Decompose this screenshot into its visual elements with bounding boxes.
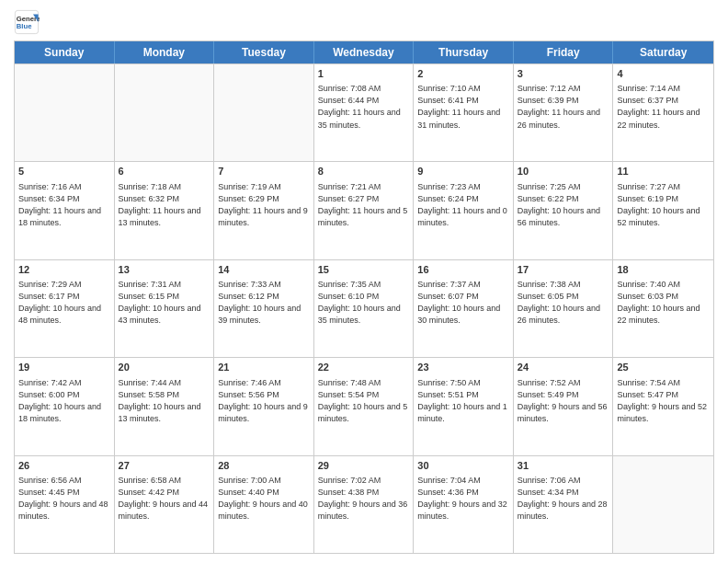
calendar-cell: 13Sunrise: 7:31 AM Sunset: 6:15 PM Dayli… <box>115 260 215 357</box>
calendar: SundayMondayTuesdayWednesdayThursdayFrid… <box>14 40 714 554</box>
day-number: 12 <box>18 263 110 277</box>
day-info: Sunrise: 7:19 AM Sunset: 6:29 PM Dayligh… <box>218 181 310 229</box>
calendar-cell: 21Sunrise: 7:46 AM Sunset: 5:56 PM Dayli… <box>214 358 314 454</box>
calendar-cell <box>613 456 713 553</box>
calendar-cell: 19Sunrise: 7:42 AM Sunset: 6:00 PM Dayli… <box>15 358 115 454</box>
day-info: Sunrise: 7:04 AM Sunset: 4:36 PM Dayligh… <box>417 475 509 523</box>
weekday-header: Wednesday <box>314 41 415 63</box>
calendar-cell: 30Sunrise: 7:04 AM Sunset: 4:36 PM Dayli… <box>414 456 514 553</box>
day-number: 13 <box>119 263 210 277</box>
day-number: 14 <box>218 263 310 277</box>
day-number: 7 <box>218 165 310 178</box>
day-info: Sunrise: 7:33 AM Sunset: 6:12 PM Dayligh… <box>218 279 310 327</box>
day-info: Sunrise: 7:46 AM Sunset: 5:56 PM Dayligh… <box>218 377 310 425</box>
calendar-cell: 1Sunrise: 7:08 AM Sunset: 6:44 PM Daylig… <box>314 64 415 161</box>
day-info: Sunrise: 7:27 AM Sunset: 6:19 PM Dayligh… <box>617 181 710 229</box>
day-info: Sunrise: 7:06 AM Sunset: 4:34 PM Dayligh… <box>518 475 609 523</box>
calendar-cell: 7Sunrise: 7:19 AM Sunset: 6:29 PM Daylig… <box>214 162 314 259</box>
calendar-week: 5Sunrise: 7:16 AM Sunset: 6:34 PM Daylig… <box>15 161 713 259</box>
day-info: Sunrise: 7:25 AM Sunset: 6:22 PM Dayligh… <box>518 181 609 229</box>
day-number: 27 <box>119 459 210 473</box>
weekday-header: Saturday <box>613 41 713 63</box>
weekday-header: Thursday <box>414 41 514 63</box>
calendar-cell <box>15 64 115 161</box>
day-info: Sunrise: 7:02 AM Sunset: 4:38 PM Dayligh… <box>318 475 410 523</box>
calendar-cell: 26Sunrise: 6:56 AM Sunset: 4:45 PM Dayli… <box>15 456 115 553</box>
day-number: 30 <box>417 459 509 473</box>
calendar-cell: 14Sunrise: 7:33 AM Sunset: 6:12 PM Dayli… <box>214 260 314 357</box>
weekday-header: Tuesday <box>214 41 314 63</box>
day-number: 18 <box>617 263 710 277</box>
day-info: Sunrise: 7:52 AM Sunset: 5:49 PM Dayligh… <box>518 377 609 425</box>
calendar-week: 1Sunrise: 7:08 AM Sunset: 6:44 PM Daylig… <box>15 63 713 161</box>
calendar-cell: 15Sunrise: 7:35 AM Sunset: 6:10 PM Dayli… <box>314 260 415 357</box>
day-number: 8 <box>318 165 410 178</box>
day-info: Sunrise: 7:35 AM Sunset: 6:10 PM Dayligh… <box>318 279 410 327</box>
day-info: Sunrise: 7:42 AM Sunset: 6:00 PM Dayligh… <box>18 377 110 425</box>
day-number: 9 <box>417 165 509 178</box>
day-number: 5 <box>18 165 110 178</box>
calendar-cell: 5Sunrise: 7:16 AM Sunset: 6:34 PM Daylig… <box>15 162 115 259</box>
weekday-header: Sunday <box>15 41 115 63</box>
calendar-cell <box>115 64 215 161</box>
weekday-header: Monday <box>115 41 215 63</box>
day-number: 17 <box>518 263 609 277</box>
day-number: 19 <box>18 361 110 374</box>
day-info: Sunrise: 7:50 AM Sunset: 5:51 PM Dayligh… <box>417 377 509 425</box>
calendar-cell: 28Sunrise: 7:00 AM Sunset: 4:40 PM Dayli… <box>214 456 314 553</box>
calendar-header-row: SundayMondayTuesdayWednesdayThursdayFrid… <box>15 41 713 63</box>
calendar-cell: 10Sunrise: 7:25 AM Sunset: 6:22 PM Dayli… <box>514 162 614 259</box>
day-number: 31 <box>518 459 609 473</box>
day-info: Sunrise: 7:37 AM Sunset: 6:07 PM Dayligh… <box>417 279 509 327</box>
day-info: Sunrise: 7:48 AM Sunset: 5:54 PM Dayligh… <box>318 377 410 425</box>
day-number: 6 <box>119 165 210 178</box>
day-info: Sunrise: 7:16 AM Sunset: 6:34 PM Dayligh… <box>18 181 110 229</box>
day-info: Sunrise: 7:38 AM Sunset: 6:05 PM Dayligh… <box>518 279 609 327</box>
calendar-cell: 29Sunrise: 7:02 AM Sunset: 4:38 PM Dayli… <box>314 456 415 553</box>
day-info: Sunrise: 7:44 AM Sunset: 5:58 PM Dayligh… <box>119 377 210 425</box>
calendar-cell: 24Sunrise: 7:52 AM Sunset: 5:49 PM Dayli… <box>514 358 614 454</box>
calendar-cell: 9Sunrise: 7:23 AM Sunset: 6:24 PM Daylig… <box>414 162 514 259</box>
calendar-cell: 22Sunrise: 7:48 AM Sunset: 5:54 PM Dayli… <box>314 358 415 454</box>
calendar-cell: 12Sunrise: 7:29 AM Sunset: 6:17 PM Dayli… <box>15 260 115 357</box>
day-info: Sunrise: 7:40 AM Sunset: 6:03 PM Dayligh… <box>617 279 710 327</box>
day-number: 15 <box>318 263 410 277</box>
day-info: Sunrise: 7:18 AM Sunset: 6:32 PM Dayligh… <box>119 181 210 229</box>
calendar-body: 1Sunrise: 7:08 AM Sunset: 6:44 PM Daylig… <box>15 63 713 553</box>
day-number: 10 <box>518 165 609 178</box>
calendar-cell: 27Sunrise: 6:58 AM Sunset: 4:42 PM Dayli… <box>115 456 215 553</box>
day-number: 3 <box>518 67 609 81</box>
calendar-week: 12Sunrise: 7:29 AM Sunset: 6:17 PM Dayli… <box>15 259 713 357</box>
day-info: Sunrise: 7:10 AM Sunset: 6:41 PM Dayligh… <box>417 83 509 131</box>
day-number: 23 <box>417 361 509 374</box>
day-number: 22 <box>318 361 410 374</box>
weekday-header: Friday <box>514 41 614 63</box>
calendar-cell: 25Sunrise: 7:54 AM Sunset: 5:47 PM Dayli… <box>613 358 713 454</box>
page-header: General Blue <box>14 9 714 35</box>
day-info: Sunrise: 6:56 AM Sunset: 4:45 PM Dayligh… <box>18 475 110 523</box>
calendar-cell: 18Sunrise: 7:40 AM Sunset: 6:03 PM Dayli… <box>613 260 713 357</box>
day-number: 20 <box>119 361 210 374</box>
calendar-cell: 3Sunrise: 7:12 AM Sunset: 6:39 PM Daylig… <box>514 64 614 161</box>
logo-icon: General Blue <box>14 9 40 35</box>
calendar-cell: 17Sunrise: 7:38 AM Sunset: 6:05 PM Dayli… <box>514 260 614 357</box>
calendar-cell <box>214 64 314 161</box>
day-number: 26 <box>18 459 110 473</box>
calendar-cell: 20Sunrise: 7:44 AM Sunset: 5:58 PM Dayli… <box>115 358 215 454</box>
day-info: Sunrise: 7:54 AM Sunset: 5:47 PM Dayligh… <box>617 377 710 425</box>
day-info: Sunrise: 6:58 AM Sunset: 4:42 PM Dayligh… <box>119 475 210 523</box>
calendar-cell: 8Sunrise: 7:21 AM Sunset: 6:27 PM Daylig… <box>314 162 415 259</box>
day-number: 1 <box>318 67 410 81</box>
day-info: Sunrise: 7:21 AM Sunset: 6:27 PM Dayligh… <box>318 181 410 229</box>
day-info: Sunrise: 7:00 AM Sunset: 4:40 PM Dayligh… <box>218 475 310 523</box>
day-number: 21 <box>218 361 310 374</box>
day-number: 29 <box>318 459 410 473</box>
day-number: 16 <box>417 263 509 277</box>
day-number: 24 <box>518 361 609 374</box>
svg-text:Blue: Blue <box>17 22 32 30</box>
calendar-cell: 11Sunrise: 7:27 AM Sunset: 6:19 PM Dayli… <box>613 162 713 259</box>
day-info: Sunrise: 7:12 AM Sunset: 6:39 PM Dayligh… <box>518 83 609 131</box>
calendar-cell: 31Sunrise: 7:06 AM Sunset: 4:34 PM Dayli… <box>514 456 614 553</box>
day-info: Sunrise: 7:31 AM Sunset: 6:15 PM Dayligh… <box>119 279 210 327</box>
day-number: 28 <box>218 459 310 473</box>
